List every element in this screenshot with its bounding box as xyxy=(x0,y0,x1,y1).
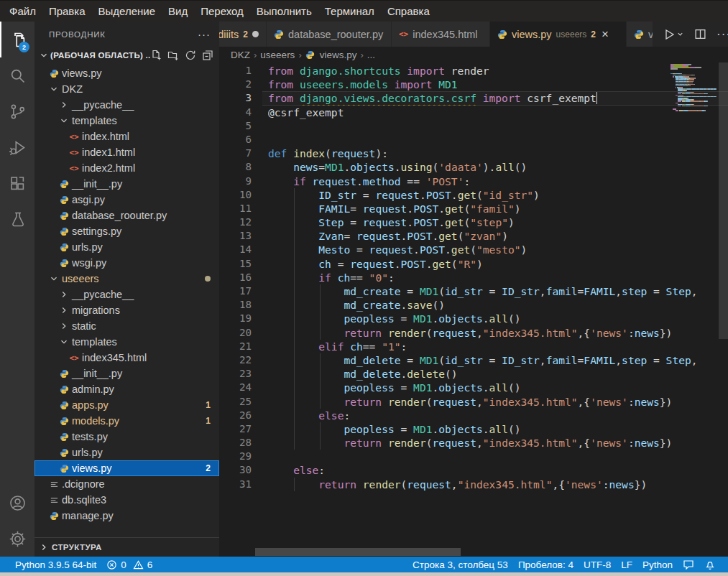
activity-accounts[interactable] xyxy=(0,485,34,521)
outline-section-header[interactable]: СТРУКТУРА xyxy=(34,537,219,557)
tab-vie[interactable]: vie xyxy=(627,22,653,47)
close-icon[interactable]: × xyxy=(602,28,609,40)
code-line-26[interactable]: 26 else: xyxy=(219,409,728,422)
tree-item-urls.py[interactable]: urls.py xyxy=(34,445,219,460)
code-line-29[interactable]: 29 xyxy=(219,450,728,463)
tree-item-index.html[interactable]: <>index.html xyxy=(34,129,219,144)
code-editor[interactable]: 1from django.shortcuts import render2fro… xyxy=(219,62,728,557)
code-line-3[interactable]: 3from django.views.decorators.csrf impor… xyxy=(219,91,728,105)
tree-item-admin.py[interactable]: admin.py xyxy=(34,381,219,397)
code-line-14[interactable]: 14 Mesto = request.POST.get("mesto") xyxy=(219,243,728,256)
tree-item-models.py[interactable]: models.py1 xyxy=(34,413,219,429)
code-line-1[interactable]: 1from django.shortcuts import render xyxy=(219,64,728,78)
breadcrumb-item[interactable]: views.py xyxy=(320,50,357,60)
tree-item-asgi.py[interactable]: asgi.py xyxy=(34,192,219,208)
horizontal-scrollbar[interactable] xyxy=(255,548,461,556)
tree-folder-templates[interactable]: templates xyxy=(34,334,219,350)
refresh-icon[interactable] xyxy=(185,50,196,61)
more-actions-icon[interactable]: ··· xyxy=(717,27,728,42)
tree-item-__init__.py[interactable]: __init__.py xyxy=(34,176,219,192)
tree-item-apps.py[interactable]: apps.py1 xyxy=(34,397,219,413)
code-line-22[interactable]: 22 md_delete = MD1(id_str = ID_str,famil… xyxy=(219,353,728,367)
code-line-25[interactable]: 25 return render(request,"index345.html"… xyxy=(219,395,728,409)
activity-settings[interactable] xyxy=(0,521,34,557)
activity-testing[interactable] xyxy=(0,201,34,237)
tab-database_roouter.py[interactable]: database_roouter.py xyxy=(267,22,392,47)
code-line-23[interactable]: 23 md_delete.delete() xyxy=(219,367,728,381)
menu-Выделение[interactable]: Выделение xyxy=(92,2,162,20)
code-line-28[interactable]: 28 return render(request,"index345.html"… xyxy=(219,436,728,450)
tree-item-index2.html[interactable]: <>index2.html xyxy=(34,160,219,176)
notifications-bell-icon[interactable] xyxy=(699,559,721,570)
breadcrumb-item[interactable]: DKZ xyxy=(231,50,250,60)
code-line-11[interactable]: 11 FAMIL= request.POST.get("famil") xyxy=(219,202,728,215)
code-line-16[interactable]: 16 if ch== "0": xyxy=(219,271,728,284)
code-line-7[interactable]: 7def index(request): xyxy=(219,147,728,160)
tree-folder-DKZ[interactable]: DKZ xyxy=(34,81,219,97)
eol-status[interactable]: LF xyxy=(616,559,637,570)
code-line-13[interactable]: 13 Zvan= request.POST.get("zvan") xyxy=(219,229,728,243)
menu-Терминал[interactable]: Терминал xyxy=(318,2,381,20)
problems-status[interactable]: 0 6 xyxy=(101,559,157,570)
code-line-2[interactable]: 2from useeers.models import MD1 xyxy=(219,78,728,91)
vertical-scrollbar[interactable] xyxy=(719,62,728,339)
tree-folder-__pycache__[interactable]: __pycache__ xyxy=(34,97,219,113)
code-line-20[interactable]: 20 return render(request,"index345.html"… xyxy=(219,326,728,340)
code-line-24[interactable]: 24 peopless = MD1.objects.all() xyxy=(219,381,728,394)
tree-item-index1.html[interactable]: <>index1.html xyxy=(34,144,219,160)
tree-item-__init__.py[interactable]: __init__.py xyxy=(34,366,219,381)
encoding-status[interactable]: UTF-8 xyxy=(579,559,616,570)
tree-folder-__pycache__[interactable]: __pycache__ xyxy=(34,287,219,302)
code-line-15[interactable]: 15 ch = request.POST.get("R") xyxy=(219,257,728,271)
split-editor-icon[interactable] xyxy=(694,28,706,40)
new-file-icon[interactable] xyxy=(150,50,162,61)
code-line-5[interactable]: 5 xyxy=(219,119,728,133)
code-line-6[interactable]: 6 xyxy=(219,133,728,147)
tab-diiits[interactable]: diiits2 xyxy=(219,22,267,47)
python-interpreter-status[interactable]: Python 3.9.5 64-bit xyxy=(10,559,101,570)
tree-item-tests.py[interactable]: tests.py xyxy=(34,429,219,445)
tree-item-urls.py[interactable]: urls.py xyxy=(34,239,219,255)
tree-item-wsgi.py[interactable]: wsgi.py xyxy=(34,255,219,271)
tab-index345.html[interactable]: <>index345.html xyxy=(392,22,490,47)
sidebar-more-icon[interactable]: ··· xyxy=(198,28,211,40)
tree-item-views.py[interactable]: views.py xyxy=(34,65,219,81)
collapse-all-icon[interactable] xyxy=(202,50,213,61)
tree-item-settings.py[interactable]: settings.py xyxy=(34,223,219,239)
feedback-icon[interactable] xyxy=(678,559,699,570)
breadcrumb-item[interactable]: useeers xyxy=(260,50,295,60)
code-line-8[interactable]: 8 news=MD1.objects.using('daata').all() xyxy=(219,160,728,174)
menu-Справка[interactable]: Справка xyxy=(381,2,436,20)
menu-Переход[interactable]: Переход xyxy=(194,2,250,20)
code-line-31[interactable]: 31 return render(request,"index345.html"… xyxy=(219,478,728,491)
code-line-4[interactable]: 4@csrf_exempt xyxy=(219,106,728,119)
tree-item-views.py[interactable]: views.py2 xyxy=(34,460,219,476)
menu-Вид[interactable]: Вид xyxy=(162,2,194,20)
code-line-19[interactable]: 19 peopless = MD1.objects.all() xyxy=(219,312,728,325)
tree-item-database_roouter.py[interactable]: database_roouter.py xyxy=(34,208,219,223)
tree-item-manage.py[interactable]: manage.py xyxy=(34,508,219,524)
indentation-status[interactable]: Пробелов: 4 xyxy=(513,559,579,570)
activity-run-debug[interactable] xyxy=(0,129,34,165)
run-button[interactable] xyxy=(662,27,684,42)
code-line-21[interactable]: 21 elif ch== "1": xyxy=(219,340,728,353)
new-folder-icon[interactable] xyxy=(167,50,179,61)
code-line-17[interactable]: 17 md_create = MD1(id_str = ID_str,famil… xyxy=(219,284,728,298)
menu-Файл[interactable]: Файл xyxy=(3,2,42,20)
tree-folder-templates[interactable]: templates xyxy=(34,113,219,129)
menu-Выполнить[interactable]: Выполнить xyxy=(250,2,318,20)
menu-Правка[interactable]: Правка xyxy=(42,2,92,20)
tree-folder-useeers[interactable]: useeers xyxy=(34,271,219,287)
workspace-section-header[interactable]: (РАБОЧАЯ ОБЛАСТЬ) ... xyxy=(34,47,219,64)
cursor-position-status[interactable]: Строка 3, столбец 53 xyxy=(407,559,513,570)
code-line-10[interactable]: 10 ID_str = request.POST.get("id_str") xyxy=(219,188,728,202)
code-line-12[interactable]: 12 Step = request.POST.get("step") xyxy=(219,215,728,229)
tree-item-index345.html[interactable]: <>index345.html xyxy=(34,350,219,366)
language-mode-status[interactable]: Python xyxy=(637,559,678,570)
activity-explorer[interactable]: 2 xyxy=(0,22,34,57)
activity-source-control[interactable] xyxy=(0,93,34,129)
minimap[interactable] xyxy=(671,64,719,111)
activity-search[interactable] xyxy=(0,57,34,93)
tree-item-.dcignore[interactable]: .dcignore xyxy=(34,476,219,492)
tab-views.py[interactable]: views.pyuseeers2× xyxy=(490,22,627,47)
